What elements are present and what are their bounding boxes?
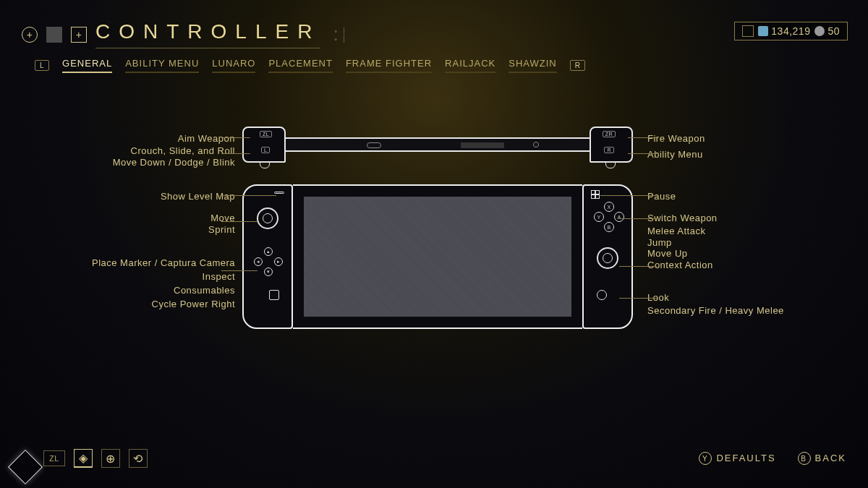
y-prompt-icon: Y [699,452,712,465]
tab-lunaro[interactable]: LUNARO [212,58,255,73]
bind-dpad-down[interactable]: Consumables [18,285,235,296]
dpad[interactable]: ▴ ◂ ▸ ▾ [254,247,283,276]
b-prompt-icon: B [798,452,811,465]
joycon-left: ▴ ◂ ▸ ▾ [242,184,293,329]
bind-x[interactable]: Switch Weapon [647,213,864,223]
bind-plus[interactable]: Pause [647,191,864,202]
header-plus-icon[interactable]: + [71,27,87,43]
tab-shawzin[interactable]: SHAWZIN [509,58,556,73]
boost-icon[interactable] [742,25,754,37]
l-label: L [261,147,270,153]
dpad-up[interactable]: ▴ [264,247,273,256]
footer-mode-2-icon[interactable]: ⊕ [101,449,120,468]
defaults-prompt[interactable]: YDEFAULTS [699,452,775,465]
bind-l-2[interactable]: Move Down / Dodge / Blink [18,157,235,168]
joycon-right: X Y A B [582,184,633,329]
bind-dpad-right[interactable]: Inspect [18,271,235,282]
left-triggers[interactable]: ZL L [242,127,286,163]
header-preview-icon[interactable] [46,27,62,43]
controller-top-view: ZL L ZR R [242,123,633,166]
footer-mode-3-icon[interactable]: ⟲ [129,449,148,468]
bind-l-1[interactable]: Crouch, Slide, and Roll [18,145,235,156]
tab-prev-hint: L [35,60,49,71]
bind-lstick[interactable]: Move [18,213,235,223]
bind-minus[interactable]: Show Level Map [18,191,235,202]
bind-zl[interactable]: Aim Weapon [18,133,235,144]
footer-mode-1-icon[interactable]: ◈ [74,449,93,468]
back-prompt[interactable]: BBACK [798,452,846,465]
right-triggers[interactable]: ZR R [590,127,633,163]
zl-label: ZL [260,131,272,137]
r-nub [605,161,616,168]
tab-railjack[interactable]: RAILJACK [445,58,495,73]
l-nub [260,161,270,168]
header: + + CONTROLLER ∘ |∘ | [22,20,346,48]
console-body [293,184,582,329]
screen [304,197,571,317]
console-top-edge [278,137,597,152]
bind-b-2[interactable]: Move Up [647,248,864,259]
dpad-down[interactable]: ▾ [264,267,273,276]
bind-y[interactable]: Context Action [647,260,864,270]
credits-value: 134,219 [771,25,810,37]
right-stick[interactable] [597,247,618,269]
jack-icon [533,142,539,147]
bind-a[interactable]: Melee Attack [647,226,864,236]
volume-icon [367,142,381,148]
vent-icon [461,142,504,148]
face-buttons: X Y A B [594,202,623,231]
r-label: R [604,147,614,153]
footer-left: ZL ◈ ⊕ ⟲ [43,449,148,468]
tab-bar: L GENERAL ABILITY MENU LUNARO PLACEMENT … [35,58,585,73]
y-button[interactable]: Y [594,212,604,222]
footer-right: YDEFAULTS BBACK [699,452,846,465]
bind-rstick[interactable]: Look [647,292,864,303]
credits-icon [758,26,768,36]
dpad-right[interactable]: ▸ [274,257,283,266]
bind-lstick-press[interactable]: Sprint [18,224,235,235]
tab-next-hint: R [570,60,586,71]
page-title: CONTROLLER [95,20,320,48]
tab-general[interactable]: GENERAL [62,58,112,73]
bind-zr[interactable]: Fire Weapon [647,133,864,144]
tab-placement[interactable]: PLACEMENT [268,58,332,73]
a-button[interactable]: A [614,212,624,222]
title-decor: ∘ |∘ | [333,27,346,43]
home-button[interactable] [597,290,607,300]
add-icon[interactable]: + [22,27,38,43]
zl-hint: ZL [43,450,65,466]
zr-label: ZR [603,131,616,137]
bind-rstick-press[interactable]: Secondary Fire / Heavy Melee [647,305,864,316]
capture-button[interactable] [269,290,279,300]
x-button[interactable]: X [604,202,614,212]
credits: 134,219 [758,25,810,37]
platinum-value: 50 [827,25,840,37]
left-stick[interactable] [257,207,278,229]
tab-frame-fighter[interactable]: FRAME FIGHTER [346,58,432,73]
minus-button[interactable] [274,192,284,194]
defaults-label: DEFAULTS [716,453,775,463]
platinum: 50 [814,25,840,37]
bind-b-1[interactable]: Jump [647,237,864,248]
footer-bar: ZL ◈ ⊕ ⟲ YDEFAULTS BBACK [0,449,868,468]
dpad-left[interactable]: ◂ [254,257,263,266]
plus-button[interactable] [591,190,600,199]
platinum-icon [814,26,825,36]
bind-r[interactable]: Ability Menu [647,149,864,160]
b-button[interactable]: B [604,222,614,232]
bind-dpad-left[interactable]: Cycle Power Right [18,299,235,309]
back-label: BACK [815,453,846,463]
controller-front-view: ▴ ◂ ▸ ▾ X Y A B [242,184,633,343]
controller-diagram: ZL L ZR R ▴ ◂ ▸ ▾ [242,123,633,343]
tab-ability-menu[interactable]: ABILITY MENU [125,58,199,73]
bind-dpad-up[interactable]: Place Marker / Captura Camera [18,257,235,268]
currency-bar: 134,219 50 [734,22,848,40]
